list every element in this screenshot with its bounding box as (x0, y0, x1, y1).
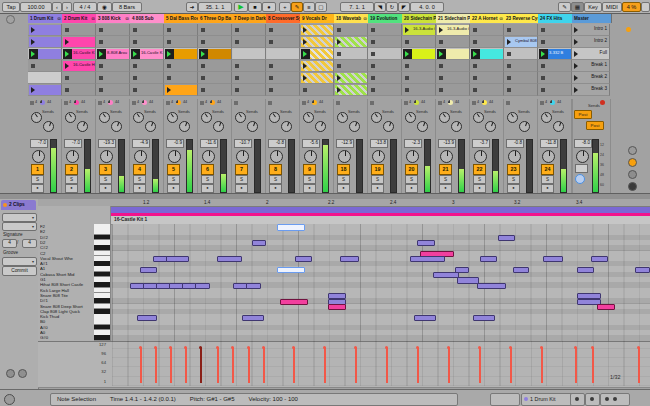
clip-stop-button[interactable] (65, 76, 69, 80)
envelopes-tab-button[interactable] (18, 369, 27, 378)
clip-stop-button[interactable] (507, 76, 511, 80)
clip-launch-button[interactable] (301, 37, 310, 47)
follow-button[interactable]: ➜ (186, 2, 198, 12)
pan-knob[interactable] (440, 150, 453, 163)
send-a-knob[interactable] (371, 112, 382, 123)
pan-knob[interactable] (474, 150, 487, 163)
midi-note[interactable] (591, 256, 608, 262)
clip-slot[interactable] (96, 84, 130, 96)
clip-slot[interactable] (470, 72, 504, 84)
clip-quantize-select[interactable]: ▾ (2, 222, 37, 231)
clip-stop-button[interactable] (99, 28, 103, 32)
clip-stop-button[interactable] (99, 76, 103, 80)
solo-button[interactable]: S (99, 175, 112, 184)
clip-slot[interactable] (266, 60, 300, 72)
clip-slot[interactable] (368, 84, 402, 96)
clip-launch-button[interactable] (301, 49, 310, 59)
clip-slot[interactable] (436, 60, 470, 72)
clip-slot[interactable] (130, 36, 164, 48)
midi-note[interactable] (513, 267, 529, 273)
clip-launch-button[interactable] (437, 25, 446, 35)
clip-slot[interactable] (300, 60, 334, 72)
midi-note[interactable] (414, 315, 436, 321)
clip-slot[interactable]: Cymbal 808 VRH (504, 36, 538, 48)
clip-slot[interactable] (62, 84, 96, 96)
session-clip[interactable] (29, 37, 61, 47)
loop-start-display[interactable]: 7. 1. 1 (340, 2, 374, 12)
pan-knob[interactable] (100, 150, 113, 163)
scene-slot[interactable]: Full (572, 48, 610, 60)
clip-stop-button[interactable] (167, 64, 171, 68)
master-side-button[interactable] (628, 146, 637, 155)
scene-launch-icon[interactable] (574, 75, 578, 81)
scene-launch-icon[interactable] (574, 39, 578, 45)
scene-slot[interactable]: Break 2 (572, 72, 610, 84)
midi-note[interactable] (166, 256, 189, 262)
clip-stop-button[interactable] (439, 76, 443, 80)
pan-knob[interactable] (304, 150, 317, 163)
scene-slot[interactable]: Break 3 (572, 84, 610, 96)
velocity-stem[interactable] (293, 347, 295, 383)
solo-button[interactable]: S (167, 175, 180, 184)
solo-button[interactable]: S (507, 175, 520, 184)
clip-slot[interactable] (232, 36, 266, 48)
clip-slot[interactable] (96, 36, 130, 48)
velocity-stem[interactable] (232, 347, 234, 383)
clip-slot[interactable] (368, 60, 402, 72)
clip-slot[interactable] (368, 48, 402, 60)
clip-stop-mini[interactable] (540, 101, 544, 105)
arm-button[interactable]: ● (269, 184, 282, 193)
session-clip[interactable] (29, 49, 61, 59)
send-a-knob[interactable] (337, 112, 348, 123)
draw-mode-icon[interactable]: ✎ (558, 2, 571, 12)
punch-in-button[interactable]: ◥ (374, 2, 386, 12)
send-a-knob[interactable] (201, 112, 212, 123)
solo-button[interactable]: S (541, 175, 554, 184)
clip-slot[interactable] (28, 36, 62, 48)
send-b-knob[interactable] (315, 121, 326, 132)
send-a-knob[interactable] (269, 112, 280, 123)
volume-display[interactable]: -3.7 (472, 139, 490, 148)
track-activator-button[interactable]: 20 (405, 164, 418, 175)
track-activator-button[interactable]: 7 (235, 164, 248, 175)
clip-stop-button[interactable] (235, 88, 239, 92)
volume-display[interactable]: -7.0 (30, 139, 48, 148)
velocity-stem[interactable] (185, 347, 187, 383)
clip-stop-mini[interactable] (64, 101, 68, 105)
clip-slot[interactable] (538, 24, 572, 36)
arm-button[interactable]: ● (99, 184, 112, 193)
clip-launch-button[interactable] (437, 49, 446, 59)
clip-slot[interactable] (266, 48, 300, 60)
clip-stop-button[interactable] (405, 40, 409, 44)
clip-slot[interactable] (28, 24, 62, 36)
velocity-stem[interactable] (170, 347, 172, 383)
midi-note[interactable] (433, 272, 459, 278)
volume-display[interactable]: -5.6 (302, 139, 320, 148)
midi-note[interactable] (217, 256, 242, 262)
arm-button[interactable]: ● (439, 184, 452, 193)
clip-stop-button[interactable] (303, 88, 307, 92)
clip-launch-button[interactable] (335, 73, 344, 83)
midi-map-button[interactable]: MIDI (602, 2, 622, 12)
reenable-automation-button[interactable]: ≡ (303, 2, 315, 12)
clip-stop-button[interactable] (541, 88, 545, 92)
clip-stop-button[interactable] (473, 40, 477, 44)
clip-stop-mini[interactable] (166, 101, 170, 105)
clip-slot[interactable] (130, 24, 164, 36)
clip-launch-button[interactable] (165, 85, 174, 95)
clip-stop-button[interactable] (507, 64, 511, 68)
velocity-stem[interactable] (575, 347, 577, 383)
volume-display[interactable]: -13.8 (370, 139, 388, 148)
key-map-button[interactable]: Key (584, 2, 602, 12)
clip-launch-button[interactable] (199, 49, 208, 59)
session-clip[interactable] (199, 49, 231, 59)
clip-stop-mini[interactable] (200, 101, 204, 105)
track-activator-button[interactable]: 4 (133, 164, 146, 175)
clip-stop-button[interactable] (133, 76, 137, 80)
preview-headphone-icon[interactable] (575, 174, 585, 184)
volume-display[interactable]: -0.8 (506, 139, 524, 148)
session-options-icon[interactable] (6, 15, 15, 24)
clip-launch-button[interactable] (63, 37, 72, 47)
volume-display[interactable]: -11.6 (200, 139, 218, 148)
clip-slot[interactable] (28, 48, 62, 60)
